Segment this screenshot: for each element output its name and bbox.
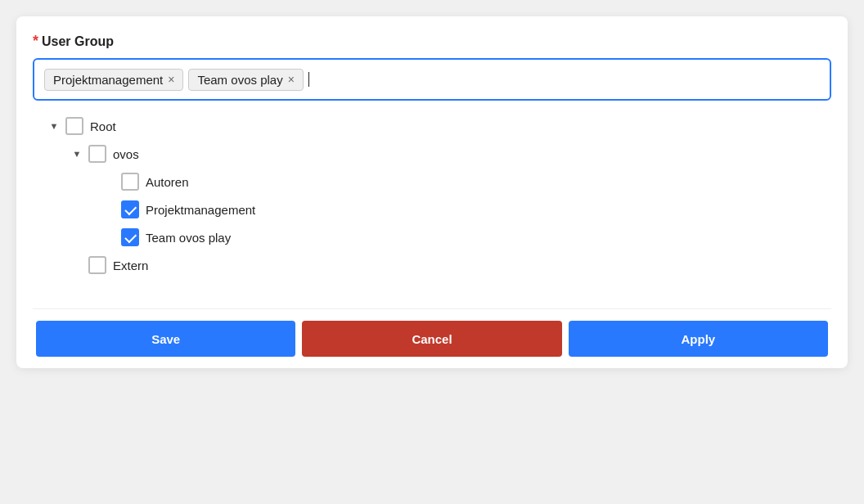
chevron-root — [43, 121, 65, 131]
tag-remove-team-ovos-play[interactable]: × — [288, 74, 295, 85]
tag-projektmanagement: Projektmanagement × — [44, 69, 183, 91]
checkbox-autoren[interactable] — [121, 173, 139, 191]
cancel-button[interactable]: Cancel — [302, 321, 561, 357]
checkbox-team-ovos-play[interactable] — [121, 228, 139, 246]
tree-label-ovos: ovos — [113, 147, 139, 161]
user-group-panel: * User Group Projektmanagement × Team ov… — [16, 16, 848, 368]
tag-label: Projektmanagement — [53, 73, 163, 87]
tree-item-autoren[interactable]: Autoren — [33, 168, 831, 196]
tree-label-projektmanagement: Projektmanagement — [146, 203, 255, 217]
save-button[interactable]: Save — [36, 321, 295, 357]
tree-label-autoren: Autoren — [146, 175, 189, 189]
tag-team-ovos-play: Team ovos play × — [188, 69, 303, 91]
text-cursor — [308, 72, 309, 87]
apply-button[interactable]: Apply — [569, 321, 828, 357]
tree-item-extern[interactable]: Extern — [33, 251, 831, 279]
tree-item-ovos[interactable]: ovos — [33, 140, 831, 168]
action-buttons: Save Cancel Apply — [33, 308, 831, 368]
tree-label-team-ovos-play: Team ovos play — [146, 231, 231, 245]
tag-input-area[interactable]: Projektmanagement × Team ovos play × — [33, 58, 831, 101]
tree-item-root[interactable]: Root — [33, 112, 831, 140]
field-name: User Group — [42, 34, 114, 49]
tag-remove-projektmanagement[interactable]: × — [168, 74, 174, 85]
tree-dropdown: Root ovos Autoren Projektmanagement Team… — [33, 106, 831, 292]
tree-item-team-ovos-play[interactable]: Team ovos play — [33, 223, 831, 251]
required-star: * — [33, 33, 38, 50]
field-label: * User Group — [33, 33, 831, 50]
checkbox-extern[interactable] — [88, 256, 106, 274]
chevron-ovos — [65, 149, 88, 159]
checkbox-ovos[interactable] — [88, 145, 106, 163]
tree-label-root: Root — [90, 119, 116, 133]
tree-label-extern: Extern — [113, 259, 148, 272]
tree-item-projektmanagement[interactable]: Projektmanagement — [33, 196, 831, 223]
checkbox-root[interactable] — [65, 117, 83, 135]
tag-label: Team ovos play — [197, 73, 282, 87]
checkbox-projektmanagement[interactable] — [121, 200, 139, 218]
